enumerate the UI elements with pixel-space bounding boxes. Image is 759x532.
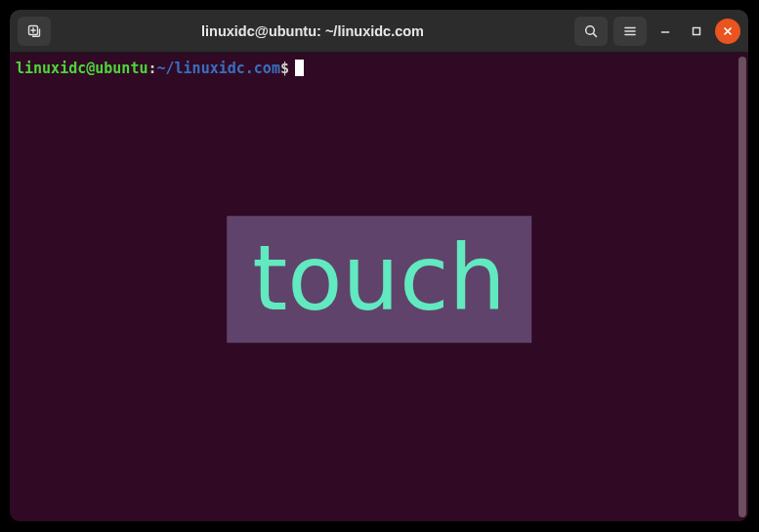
- terminal-window: linuxidc@ubuntu: ~/linuxidc.com: [10, 10, 748, 521]
- close-icon: [722, 25, 734, 37]
- new-tab-button[interactable]: [18, 17, 51, 46]
- titlebar: linuxidc@ubuntu: ~/linuxidc.com: [10, 10, 748, 53]
- window-title: linuxidc@ubuntu: ~/linuxidc.com: [59, 23, 567, 39]
- menu-button[interactable]: [613, 17, 647, 46]
- overlay-label: touch: [227, 216, 531, 343]
- scrollbar[interactable]: [738, 57, 746, 517]
- terminal-area[interactable]: linuxidc@ubuntu:~/linuxidc.com$ touch: [10, 53, 748, 521]
- prompt-line: linuxidc@ubuntu:~/linuxidc.com$: [16, 59, 740, 78]
- prompt-path: ~/linuxidc.com: [157, 60, 280, 77]
- prompt-colon: :: [148, 60, 156, 77]
- minimize-button[interactable]: [653, 19, 678, 44]
- maximize-icon: [691, 25, 702, 37]
- svg-line-2: [593, 33, 596, 36]
- new-tab-icon: [26, 23, 42, 39]
- cursor-block: [295, 60, 304, 76]
- minimize-icon: [659, 25, 671, 37]
- titlebar-controls: [574, 17, 740, 46]
- maximize-button[interactable]: [684, 19, 709, 44]
- prompt-user-host: linuxidc@ubuntu: [16, 60, 148, 77]
- svg-rect-7: [694, 27, 700, 34]
- search-icon: [583, 23, 599, 39]
- prompt-dollar: $: [280, 60, 289, 77]
- hamburger-icon: [622, 23, 638, 39]
- search-button[interactable]: [574, 17, 608, 46]
- close-button[interactable]: [715, 19, 740, 44]
